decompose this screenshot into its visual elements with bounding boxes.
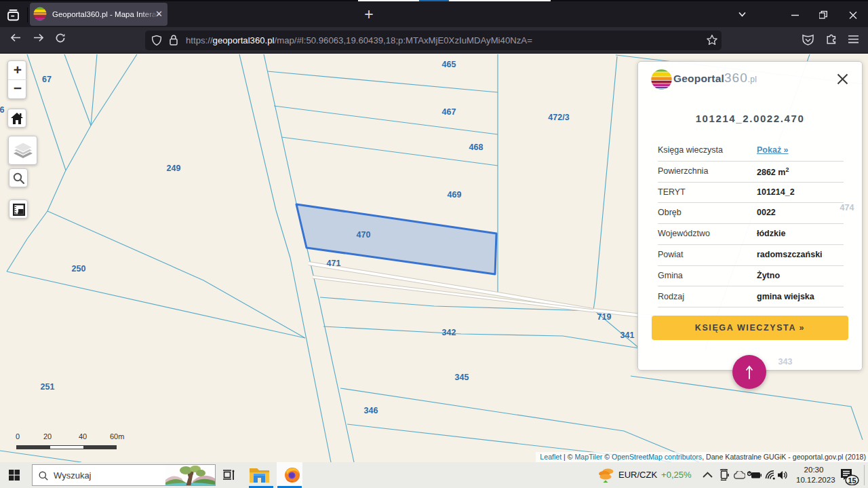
svg-text:15: 15	[848, 476, 856, 485]
